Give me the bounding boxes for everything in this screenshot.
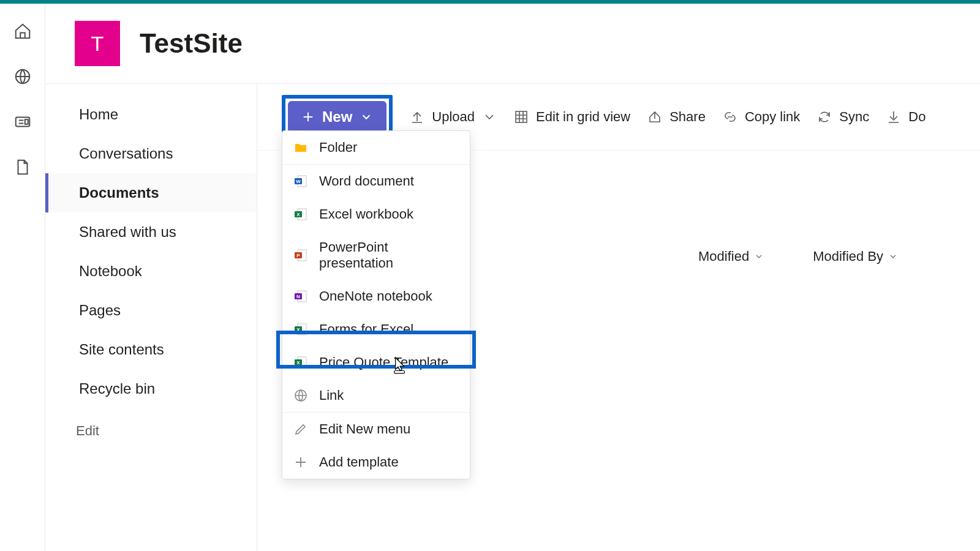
news-icon[interactable] [13,113,32,133]
edit-grid-button[interactable]: Edit in grid view [514,109,630,125]
menu-item-label: Add template [319,454,399,470]
download-button[interactable]: Do [886,109,925,125]
powerpoint-icon: P [293,248,308,263]
svg-rect-3 [516,111,527,122]
excel-icon: X [293,207,308,222]
upload-button[interactable]: Upload [410,109,497,125]
main-column: T TestSite Home Conversations Documents … [45,4,980,551]
site-header: T TestSite [45,4,980,83]
column-header-label: Modified By [813,249,883,264]
chevron-down-icon [360,110,373,124]
grid-icon [514,110,529,124]
plus-icon [301,110,315,124]
word-icon: W [293,174,308,189]
work-area: New Upload Edit in grid view [257,84,980,551]
menu-item-label: Link [319,388,344,403]
leftnav-item-documents[interactable]: Documents [45,173,257,212]
menu-item-label: Excel workbook [319,206,413,222]
plus-icon [293,455,308,470]
svg-text:X: X [296,360,300,365]
svg-text:W: W [296,179,301,184]
new-menu-item-price-quote-template[interactable]: X Price Quote Template [282,346,470,379]
new-menu-item-onenote[interactable]: N OneNote notebook [282,280,470,313]
menu-item-label: Folder [319,140,357,156]
leftnav-item-conversations[interactable]: Conversations [45,134,257,173]
leftnav-item-pages[interactable]: Pages [45,291,257,330]
copylink-button[interactable]: Copy link [723,109,800,125]
column-header-modified[interactable]: Modified [698,249,764,264]
svg-text:X: X [296,327,300,332]
folder-icon [293,140,308,155]
leftnav-item-recyclebin[interactable]: Recycle bin [45,369,257,408]
link-icon [723,110,737,124]
sync-icon [817,110,832,124]
column-header-label: Modified [698,249,749,264]
upload-label: Upload [432,109,475,125]
leftnav-edit-link[interactable]: Edit [45,408,257,439]
leftnav-item-notebook[interactable]: Notebook [45,252,257,291]
menu-item-label: PowerPoint presentation [319,239,459,271]
svg-text:X: X [296,212,300,217]
download-label: Do [908,109,925,125]
leftnav-item-home[interactable]: Home [45,95,257,134]
globe-icon [293,388,308,403]
new-menu-item-edit[interactable]: Edit New menu [282,413,470,446]
content-row: Home Conversations Documents Shared with… [45,83,980,551]
upload-icon [410,110,424,124]
excel-template-icon: X [293,355,308,370]
chevron-down-icon [888,252,898,261]
edit-grid-label: Edit in grid view [536,109,630,125]
chevron-down-icon [482,110,497,124]
site-logo[interactable]: T [75,21,120,66]
new-dropdown-menu: Folder W Word document X Excel workbook [282,130,470,479]
download-icon [886,110,901,124]
leftnav-item-shared[interactable]: Shared with us [45,212,257,252]
left-navigation: Home Conversations Documents Shared with… [45,84,257,551]
new-menu-item-powerpoint[interactable]: P PowerPoint presentation [282,231,470,280]
edit-icon [293,422,308,437]
globe-icon[interactable] [13,67,32,88]
share-button[interactable]: Share [647,109,706,125]
column-header-modifiedby[interactable]: Modified By [813,249,898,264]
new-button[interactable]: New [288,101,386,133]
new-menu-item-folder[interactable]: Folder [282,131,470,164]
app-rail [0,4,45,551]
home-icon[interactable] [13,22,32,43]
menu-item-label: Forms for Excel [319,321,413,337]
app-root: T TestSite Home Conversations Documents … [0,4,980,551]
chevron-down-icon [754,252,764,261]
menu-item-label: Word document [319,173,414,189]
menu-item-label: Price Quote Template [319,354,448,370]
svg-text:N: N [296,294,300,299]
menu-item-label: OneNote notebook [319,288,432,304]
sync-label: Sync [839,109,869,125]
share-icon [647,110,662,124]
svg-text:P: P [296,253,300,258]
file-icon[interactable] [13,158,32,179]
new-button-label: New [322,108,352,126]
copylink-label: Copy link [745,109,800,125]
new-menu-item-word[interactable]: W Word document [282,165,470,198]
svg-rect-2 [24,119,28,124]
site-title: TestSite [140,28,243,59]
forms-excel-icon: X [293,322,308,337]
new-menu-item-forms[interactable]: X Forms for Excel [282,313,470,346]
sync-button[interactable]: Sync [817,109,869,125]
new-menu-item-excel[interactable]: X Excel workbook [282,198,470,231]
menu-item-label: Edit New menu [319,421,410,437]
new-menu-item-add-template[interactable]: Add template [282,446,470,479]
leftnav-item-sitecontents[interactable]: Site contents [45,330,257,369]
share-label: Share [669,109,706,125]
new-menu-item-link[interactable]: Link [282,379,470,412]
onenote-icon: N [293,289,308,304]
